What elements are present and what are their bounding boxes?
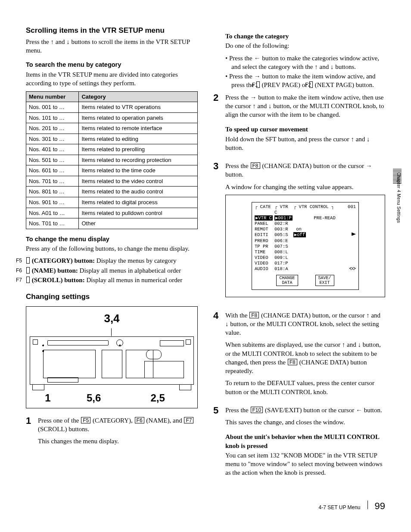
screen-text: CATE	[260, 204, 271, 209]
right-arrow-icon: →	[254, 73, 261, 80]
table-row: Nos. 501 to …Items related to recording …	[26, 155, 198, 165]
screen-text: 003:R	[274, 227, 293, 232]
screen-text: on	[296, 227, 302, 232]
screen-text: 006:E	[274, 238, 293, 244]
step-3: 3 Press the F8 (CHANGE DATA) button or t…	[213, 162, 385, 305]
step-text: To return to the DEFAULT values, press t…	[225, 379, 385, 396]
text: When subitems are displayed, use the cur…	[225, 341, 342, 348]
screen-text: VIDEO	[255, 255, 274, 261]
th-category: Category	[79, 91, 198, 102]
step-text: This saves the change, and closes the wi…	[225, 418, 385, 426]
callout-bottom: 1 5,6 2,5	[30, 391, 194, 405]
subhead-speed: To speed up cursor movement	[225, 125, 385, 134]
f6-key-icon: F6	[26, 267, 30, 274]
device-dial	[116, 339, 123, 346]
screen-text: 008:L	[274, 249, 293, 255]
f8-key-icon: F8	[251, 162, 260, 169]
device-corner	[33, 339, 38, 345]
fkey-list: F5 (CATEGORY) button: Display the menus …	[26, 256, 198, 284]
screen-button-save: SAVE/EXIT	[315, 275, 334, 286]
step-text: Press the F8 (CHANGE DATA) button or the…	[225, 162, 385, 179]
cc-bullets: Press the ← button to make the categorie…	[225, 54, 385, 90]
screen-sel: ▶off	[293, 232, 306, 237]
step-text: Press the → button to make the item wind…	[225, 93, 385, 119]
text: Press the	[229, 55, 254, 62]
loop-icon: ⟲⟳	[349, 267, 356, 271]
up-arrow-icon: ↑	[314, 63, 318, 70]
text: and	[345, 341, 358, 348]
callout-1: 1	[30, 391, 66, 405]
table-row: Nos. 401 to …Items related to prerolling	[26, 144, 198, 155]
f8-key-icon: F8	[249, 312, 259, 318]
screen-illustration: ┌ CATE ┌ VTR C ┌ VTR CONTROL001 ┐ ▶VTR C…	[225, 195, 385, 297]
cell: Nos. 801 to …	[26, 187, 79, 197]
table-row: Nos. 201 to …Items related to remote int…	[26, 123, 198, 134]
text: and	[370, 312, 380, 319]
step-2: 2 Press the → button to make the item wi…	[213, 93, 385, 156]
table-row: Nos. 101 to …Items related to operation …	[26, 112, 198, 123]
screen-text: 007:S	[274, 244, 293, 249]
step-number: 1	[26, 416, 38, 449]
subhead-search: To search the menu by category	[26, 61, 198, 69]
cell: Items related to the audio control	[79, 187, 198, 197]
step-number: 5	[213, 406, 225, 481]
step-5: 5 Press the F10 (SAVE/EXIT) button or th…	[213, 406, 385, 481]
step-1: 1 Press one of the F5 (CATEGORY), F6 (NA…	[26, 416, 198, 449]
screen-text: 005:S	[274, 232, 293, 238]
text: Press the	[229, 73, 254, 80]
cell: Items related to remote interface	[79, 123, 198, 134]
step-text: Press one of the F5 (CATEGORY), F6 (NAME…	[38, 416, 198, 434]
text: Hold down the SFT button, and press the …	[225, 136, 351, 143]
cell: Items related to the time code	[79, 165, 198, 176]
screen-button-change: CHANGEDATA	[276, 275, 298, 286]
f7-key-icon: F7	[26, 277, 30, 283]
cell: Items related to the video control	[79, 176, 198, 187]
cell: Items related to pulldown control	[79, 208, 198, 218]
subhead-change-display: To change the menu display	[26, 235, 198, 244]
callout-top: 3,4	[30, 311, 194, 326]
heading-scrolling: Scrolling items in the VTR SETUP menu	[26, 26, 198, 36]
text: button.	[225, 144, 243, 151]
cell: Nos. 001 to …	[26, 102, 79, 113]
cell: Nos. 201 to …	[26, 123, 79, 134]
screen-text: TIME	[255, 249, 274, 255]
f6-key-icon: F6	[135, 417, 144, 423]
subhead-about-knob: About the unit's behavior when the MULTI…	[225, 432, 385, 450]
list-item: F6 (NAME) button: Display all menus in a…	[26, 266, 198, 275]
text: Display all menus in alphabetical order	[78, 267, 181, 274]
screen-text: 009:L	[274, 255, 293, 261]
table-row: Nos. 801 to …Items related to the audio …	[26, 187, 198, 197]
text: (PREV PAGE) or	[260, 81, 309, 88]
text: Press the	[225, 162, 250, 169]
device-feet	[30, 385, 194, 390]
category-table: Menu number Category Nos. 001 to …Items …	[26, 91, 198, 229]
step-text: When subitems are displayed, use the cur…	[225, 340, 385, 375]
cc-intro: Do one of the following:	[225, 41, 385, 50]
about-para: You can set item 132 "KNOB MODE" in the …	[225, 451, 385, 477]
cell: Items related to VTR operations	[79, 102, 198, 113]
text: button.	[362, 407, 382, 414]
device-body	[30, 336, 194, 385]
search-para: Items in the VTR SETUP menu are divided …	[26, 70, 198, 88]
screen-text: PANEL	[255, 221, 274, 227]
cell: Nos. T01 to …	[26, 218, 79, 229]
table-row: Nos. 701 to …Items related to the video …	[26, 176, 198, 187]
text: and	[354, 136, 367, 143]
text: (CHANGE DATA) button or the cursor	[261, 162, 366, 169]
down-arrow-icon: ↓	[66, 38, 70, 45]
screen-sel: ▶001:P	[274, 215, 293, 221]
text: (SCROLL) buttons.	[38, 426, 89, 432]
th-menu-number: Menu number	[26, 91, 79, 102]
up-arrow-icon: ↑	[51, 38, 54, 45]
table-row: Nos. A01 to …Items related to pulldown c…	[26, 208, 198, 218]
left-arrow-icon: ←	[356, 407, 362, 414]
device-panel	[43, 350, 96, 378]
screen-text: REMOT	[255, 227, 274, 232]
footer-divider	[367, 501, 368, 509]
cell: Nos. 101 to …	[26, 112, 79, 123]
screen-text: EDITI	[255, 232, 274, 238]
cell: Items related to digital process	[79, 197, 198, 208]
f8-key-icon: F8	[288, 359, 297, 365]
device-display	[160, 340, 184, 346]
callout-25: 2,5	[121, 391, 194, 405]
